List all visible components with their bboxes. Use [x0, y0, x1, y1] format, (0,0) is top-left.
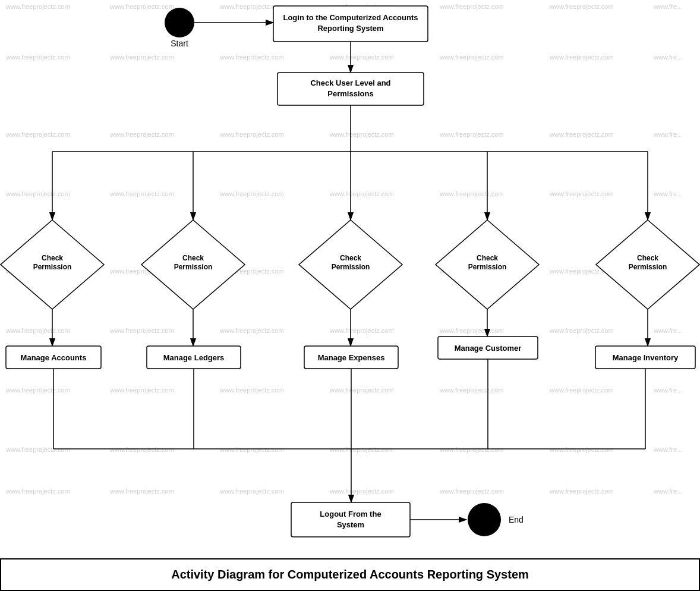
svg-text:www.freeprojectz.com: www.freeprojectz.com	[329, 190, 394, 197]
svg-text:www.freeprojectz.com: www.freeprojectz.com	[109, 3, 174, 10]
logout-text2: System	[337, 520, 364, 529]
svg-text:www.freeprojectz.com: www.freeprojectz.com	[109, 190, 174, 197]
svg-text:www.freeprojectz.com: www.freeprojectz.com	[219, 327, 284, 334]
svg-text:www.freeprojectz.com: www.freeprojectz.com	[219, 488, 284, 495]
svg-text:www.freeprojectz.com: www.freeprojectz.com	[549, 131, 614, 138]
end-label: End	[509, 515, 524, 524]
manage-expenses-text: Manage Expenses	[318, 353, 385, 362]
logout-box	[291, 502, 410, 537]
diamond4-text1: Check	[477, 254, 498, 262]
svg-text:www.freeprojectz.com: www.freeprojectz.com	[219, 446, 284, 453]
diagram-title: Activity Diagram for Computerized Accoun…	[171, 568, 529, 581]
svg-text:www.fre...: www.fre...	[653, 488, 682, 495]
check-user-text2: Permissions	[327, 89, 373, 98]
svg-text:www.freeprojectz.com: www.freeprojectz.com	[5, 131, 70, 138]
svg-text:www.freeprojectz.com: www.freeprojectz.com	[5, 3, 70, 10]
manage-customer-text: Manage Customer	[455, 344, 522, 353]
svg-text:www.freeprojectz.com: www.freeprojectz.com	[439, 190, 504, 197]
svg-text:www.freeprojectz.com: www.freeprojectz.com	[329, 131, 394, 138]
svg-text:www.freeprojectz.com: www.freeprojectz.com	[549, 488, 614, 495]
svg-text:www.freeprojectz.com: www.freeprojectz.com	[5, 386, 70, 394]
svg-text:www.freeprojectz.com: www.freeprojectz.com	[5, 54, 70, 61]
svg-text:www.freeprojectz.com: www.freeprojectz.com	[219, 54, 284, 61]
svg-text:www.freeprojectz.com: www.freeprojectz.com	[219, 190, 284, 197]
svg-text:www.freeprojectz.com: www.freeprojectz.com	[549, 386, 614, 394]
diamond3-text1: Check	[340, 254, 361, 262]
svg-text:www.freeprojectz.com: www.freeprojectz.com	[109, 54, 174, 61]
svg-text:www.fre...: www.fre...	[653, 54, 682, 61]
svg-text:www.freeprojectz.com: www.freeprojectz.com	[219, 131, 284, 138]
manage-accounts-text: Manage Accounts	[21, 353, 87, 362]
svg-text:www.freeprojectz.com: www.freeprojectz.com	[5, 488, 70, 495]
svg-text:www.freeprojectz.com: www.freeprojectz.com	[329, 54, 394, 61]
svg-text:www.freeprojectz.com: www.freeprojectz.com	[5, 190, 70, 197]
login-text-line1: Login to the Computerized Accounts	[283, 13, 418, 22]
start-label: Start	[171, 39, 188, 48]
svg-text:www.freeprojectz.com: www.freeprojectz.com	[219, 386, 284, 394]
svg-text:www.freeprojectz.com: www.freeprojectz.com	[109, 386, 174, 394]
start-circle	[165, 8, 194, 37]
svg-text:www.freeprojectz.com: www.freeprojectz.com	[549, 327, 614, 334]
activity-diagram: www.freeprojectz.com www.freeprojectz.co…	[0, 0, 700, 591]
svg-text:www.freeprojectz.com: www.freeprojectz.com	[549, 190, 614, 197]
svg-text:www.fre...: www.fre...	[653, 3, 682, 10]
svg-text:www.freeprojectz.com: www.freeprojectz.com	[5, 327, 70, 334]
svg-text:www.freeprojectz.com: www.freeprojectz.com	[329, 386, 394, 394]
svg-text:www.freeprojectz.com: www.freeprojectz.com	[549, 446, 614, 453]
svg-text:www.fre...: www.fre...	[653, 131, 682, 138]
diamond1-text1: Check	[42, 254, 63, 262]
diagram-container: www.freeprojectz.com www.freeprojectz.co…	[0, 0, 700, 591]
svg-text:www.freeprojectz.com: www.freeprojectz.com	[549, 54, 614, 61]
svg-text:www.fre...: www.fre...	[653, 446, 682, 453]
svg-text:www.freeprojectz.com: www.freeprojectz.com	[109, 446, 174, 453]
diamond2-text2: Permission	[174, 263, 213, 271]
svg-text:www.freeprojectz.com: www.freeprojectz.com	[439, 54, 504, 61]
svg-text:www.freeprojectz.com: www.freeprojectz.com	[329, 488, 394, 495]
check-user-text1: Check User Level and	[310, 78, 390, 87]
svg-text:www.freeprojectz.com: www.freeprojectz.com	[109, 131, 174, 138]
diamond5-text1: Check	[637, 254, 658, 262]
svg-text:www.freeprojectz.com: www.freeprojectz.com	[439, 386, 504, 394]
title-bar: Activity Diagram for Computerized Accoun…	[0, 558, 700, 591]
end-circle	[468, 503, 501, 536]
svg-text:www.freeprojectz.com: www.freeprojectz.com	[109, 327, 174, 334]
manage-ledgers-text: Manage Ledgers	[163, 353, 225, 362]
svg-text:www.freeprojectz.com: www.freeprojectz.com	[439, 327, 504, 334]
svg-text:www.freeprojectz.com: www.freeprojectz.com	[109, 488, 174, 495]
svg-text:www.freeprojectz.com: www.freeprojectz.com	[329, 327, 394, 334]
diamond3-text2: Permission	[332, 263, 370, 271]
diamond5-text2: Permission	[629, 263, 667, 271]
svg-text:www.freeprojectz.com: www.freeprojectz.com	[5, 446, 70, 453]
svg-text:www.freeprojectz.com: www.freeprojectz.com	[439, 3, 504, 10]
svg-text:www.freeprojectz.com: www.freeprojectz.com	[329, 446, 394, 453]
diamond2-text1: Check	[182, 254, 204, 262]
logout-text1: Logout From the	[320, 510, 381, 518]
login-text-line2: Reporting System	[317, 24, 383, 33]
diamond4-text2: Permission	[468, 263, 507, 271]
svg-text:www.freeprojectz.com: www.freeprojectz.com	[439, 488, 504, 495]
diamond1-text2: Permission	[33, 263, 72, 271]
svg-text:www.fre...: www.fre...	[653, 327, 682, 334]
svg-text:www.freeprojectz.com: www.freeprojectz.com	[439, 131, 504, 138]
svg-text:www.fre...: www.fre...	[653, 190, 682, 197]
manage-inventory-text: Manage Inventory	[613, 353, 679, 362]
svg-text:www.freeprojectz.com: www.freeprojectz.com	[439, 446, 504, 453]
svg-text:www.freeprojectz.com: www.freeprojectz.com	[549, 3, 614, 10]
svg-text:www.fre...: www.fre...	[653, 386, 682, 394]
